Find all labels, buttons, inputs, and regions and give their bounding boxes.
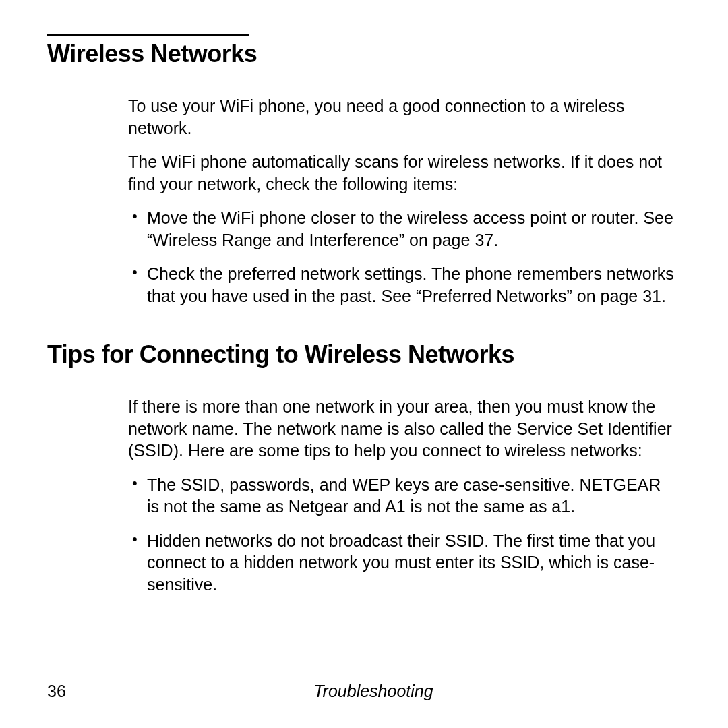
section1-para2: The WiFi phone automatically scans for w… [128, 151, 674, 195]
footer-chapter-title: Troubleshooting [66, 681, 681, 701]
section-heading-wireless-networks: Wireless Networks [47, 40, 681, 68]
page-footer: 36 Troubleshooting [47, 681, 681, 701]
section2-para1: If there is more than one network in you… [128, 396, 674, 462]
section1-body: To use your WiFi phone, you need a good … [128, 95, 674, 307]
section1-para1: To use your WiFi phone, you need a good … [128, 95, 674, 139]
section1-list: Move the WiFi phone closer to the wirele… [128, 207, 674, 307]
section-rule [47, 34, 249, 36]
list-item: Check the preferred network settings. Th… [128, 263, 674, 307]
list-item: The SSID, passwords, and WEP keys are ca… [128, 474, 674, 518]
section2-body: If there is more than one network in you… [128, 396, 674, 595]
list-item: Hidden networks do not broadcast their S… [128, 530, 674, 596]
page-number: 36 [47, 681, 66, 701]
section2-list: The SSID, passwords, and WEP keys are ca… [128, 474, 674, 596]
list-item: Move the WiFi phone closer to the wirele… [128, 207, 674, 251]
section-heading-tips: Tips for Connecting to Wireless Networks [47, 340, 681, 369]
